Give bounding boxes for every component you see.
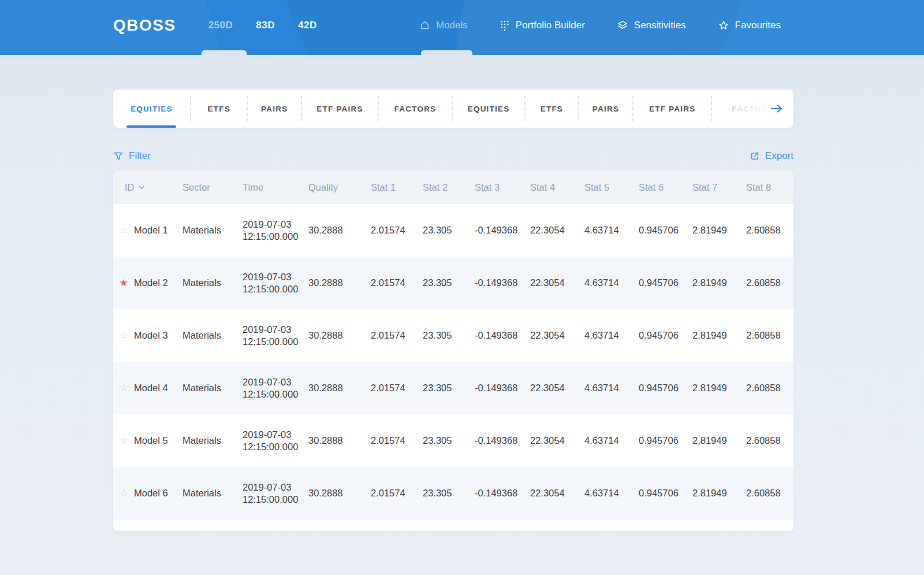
nav-item-label: Sensitivities xyxy=(634,20,686,31)
row-id: Model 2 xyxy=(134,277,182,288)
column-header-stat8[interactable]: Stat 8 xyxy=(746,182,793,193)
row-time: 12:15:00.000 xyxy=(243,494,308,506)
column-header-stat2[interactable]: Stat 2 xyxy=(423,182,475,193)
period-tab-83d[interactable]: 83D xyxy=(256,20,275,31)
favourite-star-icon[interactable]: ☆ xyxy=(119,225,128,235)
category-tab-equities-2[interactable]: EQUITIES xyxy=(453,90,524,128)
category-tab-pairs[interactable]: PAIRS xyxy=(248,90,301,128)
row-stat: 23.305 xyxy=(423,488,475,499)
row-stat: 2.81949 xyxy=(692,225,746,236)
row-stat: 0.945706 xyxy=(639,225,692,236)
column-header-id[interactable]: ID xyxy=(113,182,182,193)
row-stat: -0.149368 xyxy=(475,225,530,236)
filter-button[interactable]: Filter xyxy=(113,150,151,162)
row-sector: Materials xyxy=(182,383,243,394)
column-header-stat3[interactable]: Stat 3 xyxy=(475,182,530,193)
table-toolbar: Filter Export xyxy=(113,142,793,170)
column-header-sector[interactable]: Sector xyxy=(182,182,243,193)
row-stat: 4.63714 xyxy=(584,435,639,446)
category-tab-etf-pairs-2[interactable]: ETF PAIRS xyxy=(634,90,711,128)
row-stat: 2.81949 xyxy=(692,435,746,446)
row-date: 2019-07-03 xyxy=(243,271,308,283)
favourite-star-icon[interactable]: ☆ xyxy=(119,331,128,340)
table-row[interactable]: ☆ Model 4 Materials 2019-07-03 12:15:00.… xyxy=(113,362,793,414)
row-sector: Materials xyxy=(182,225,243,236)
main-content: EQUITIES ETFS PAIRS ETF PAIRS FACTORS EQ… xyxy=(113,90,793,531)
row-stat: 23.305 xyxy=(423,435,475,446)
row-stat: 22.3054 xyxy=(530,435,584,446)
column-header-time[interactable]: Time xyxy=(243,182,308,193)
column-header-stat1[interactable]: Stat 1 xyxy=(371,182,423,193)
table-row[interactable]: ☆ Model 1 Materials 2019-07-03 12:15:00.… xyxy=(113,204,793,257)
table-row[interactable]: ☆ Model 5 Materials 2019-07-03 12:15:00.… xyxy=(113,414,793,467)
row-stat: 23.305 xyxy=(423,383,475,394)
column-header-stat4[interactable]: Stat 4 xyxy=(530,182,584,193)
nav-item-label: Models xyxy=(436,20,468,31)
row-id: Model 1 xyxy=(134,225,182,236)
row-stat: 23.305 xyxy=(423,330,475,341)
home-icon xyxy=(419,20,430,31)
table-row[interactable]: ☆ Model 3 Materials 2019-07-03 12:15:00.… xyxy=(113,309,793,362)
table-row[interactable]: ☆ Model 6 Materials 2019-07-03 12:15:00.… xyxy=(113,467,793,520)
row-quality: 30.2888 xyxy=(308,330,371,341)
row-date: 2019-07-03 xyxy=(243,376,308,388)
row-stat: -0.149368 xyxy=(475,277,530,288)
row-time: 12:15:00.000 xyxy=(243,441,308,453)
nav-item-label: Portfolio Builder xyxy=(516,20,585,31)
row-stat: 4.63714 xyxy=(584,277,639,288)
column-header-stat7[interactable]: Stat 7 xyxy=(692,182,746,193)
column-header-quality[interactable]: Quality xyxy=(308,182,371,193)
row-stat: 4.63714 xyxy=(584,225,639,236)
nav-item-portfolio-builder[interactable]: Portfolio Builder xyxy=(500,20,585,31)
favourite-star-icon[interactable]: ☆ xyxy=(119,488,128,498)
row-stat: 2.01574 xyxy=(371,383,423,394)
category-tab-etfs[interactable]: ETFS xyxy=(191,90,247,128)
main-navigation: Models Portfolio Builder xyxy=(419,0,781,50)
row-sector: Materials xyxy=(182,488,243,499)
row-stat: 23.305 xyxy=(423,277,475,288)
models-table: ID Sector Time Quality Stat 1 Stat 2 Sta… xyxy=(113,170,793,531)
nav-item-models[interactable]: Models xyxy=(419,20,468,31)
dots-grid-icon xyxy=(500,20,510,31)
period-tab-250d[interactable]: 250D xyxy=(208,20,233,31)
nav-item-sensitivities[interactable]: Sensitivities xyxy=(617,20,686,31)
filter-label: Filter xyxy=(129,150,151,162)
row-stat: -0.149368 xyxy=(475,435,530,446)
category-tab-etfs-2[interactable]: ETFS xyxy=(526,90,578,128)
star-icon xyxy=(718,20,729,31)
row-stat: 4.63714 xyxy=(584,383,639,394)
row-date: 2019-07-03 xyxy=(243,324,308,336)
favourite-star-icon[interactable]: ☆ xyxy=(119,436,128,446)
column-header-stat5[interactable]: Stat 5 xyxy=(584,182,639,193)
row-stat: 0.945706 xyxy=(639,330,692,341)
category-tab-factors[interactable]: FACTORS xyxy=(379,90,452,128)
row-stat: 22.3054 xyxy=(530,488,584,499)
page: QBOSS 250D 83D 42D Models xyxy=(0,0,924,575)
row-quality: 30.2888 xyxy=(308,225,371,236)
row-stat: 2.60858 xyxy=(746,435,793,446)
category-tabs: EQUITIES ETFS PAIRS ETF PAIRS FACTORS EQ… xyxy=(113,90,793,128)
table-row[interactable]: ★ Model 2 Materials 2019-07-03 12:15:00.… xyxy=(113,257,793,309)
nav-item-favourites[interactable]: Favourites xyxy=(718,20,781,31)
column-header-stat6[interactable]: Stat 6 xyxy=(639,182,692,193)
favourite-star-icon[interactable]: ☆ xyxy=(119,383,128,393)
row-stat: 22.3054 xyxy=(530,277,584,288)
category-tab-etf-pairs[interactable]: ETF PAIRS xyxy=(302,90,378,128)
tabs-scroll-right-arrow[interactable] xyxy=(768,102,785,116)
export-label: Export xyxy=(765,150,793,162)
row-time: 12:15:00.000 xyxy=(243,231,308,243)
brand-logo[interactable]: QBOSS xyxy=(113,16,176,35)
category-tab-pairs-2[interactable]: PAIRS xyxy=(579,90,633,128)
row-id: Model 3 xyxy=(134,330,182,341)
favourite-star-icon[interactable]: ★ xyxy=(119,278,128,288)
row-stat: -0.149368 xyxy=(475,488,530,499)
row-stat: 2.01574 xyxy=(371,277,423,288)
row-stat: 0.945706 xyxy=(639,435,692,446)
row-stat: 2.81949 xyxy=(692,330,746,341)
row-stat: 2.01574 xyxy=(371,435,423,446)
category-tab-equities[interactable]: EQUITIES xyxy=(113,90,190,128)
row-stat: 0.945706 xyxy=(639,488,692,499)
period-tab-42d[interactable]: 42D xyxy=(298,20,317,31)
sort-chevron-down-icon xyxy=(139,186,145,190)
export-button[interactable]: Export xyxy=(750,150,793,162)
